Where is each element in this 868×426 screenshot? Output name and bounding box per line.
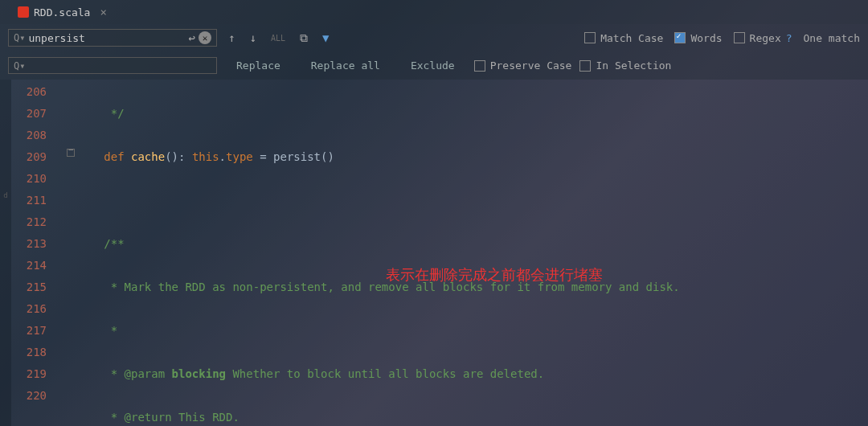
- newline-icon[interactable]: ↩: [186, 31, 199, 44]
- filter-icon[interactable]: ▼: [319, 31, 332, 44]
- replace-button[interactable]: Replace: [225, 56, 292, 75]
- find-input[interactable]: [28, 32, 185, 44]
- search-icon: Q▾: [14, 60, 25, 72]
- find-bar: Q▾ ↩ ✕ ↑ ↓ ALL ⧉ ▼ Match Case Words Rege…: [0, 24, 868, 51]
- regex-option[interactable]: Regex ?: [734, 32, 792, 44]
- checkbox-icon: [584, 32, 596, 43]
- select-all-icon[interactable]: ALL: [268, 34, 289, 43]
- checkbox-icon: [474, 60, 485, 72]
- match-case-option[interactable]: Match Case: [584, 32, 663, 44]
- line-gutter: 206207208 209210211 212213214 215216217 …: [11, 80, 58, 426]
- tab-bar: RDD.scala ×: [0, 0, 868, 24]
- checkbox-icon: [579, 60, 591, 72]
- close-tab-icon[interactable]: ×: [100, 6, 106, 18]
- fold-gutter: [58, 80, 84, 426]
- left-strip: dcs: [0, 80, 11, 426]
- replace-input-box[interactable]: Q▾: [8, 57, 217, 74]
- replace-input[interactable]: [28, 59, 211, 72]
- add-selection-icon[interactable]: ⧉: [297, 31, 311, 45]
- exclude-button[interactable]: Exclude: [399, 56, 466, 75]
- words-option[interactable]: Words: [674, 32, 722, 44]
- in-selection-option[interactable]: In Selection: [579, 59, 671, 72]
- tab-filename: RDD.scala: [34, 6, 90, 18]
- file-tab[interactable]: RDD.scala ×: [11, 2, 113, 22]
- annotation-text: 表示在删除完成之前都会进行堵塞: [386, 265, 603, 285]
- help-icon[interactable]: ?: [786, 32, 792, 44]
- match-count: One match: [804, 32, 860, 44]
- checkbox-icon: [734, 32, 745, 43]
- preserve-case-option[interactable]: Preserve Case: [474, 59, 572, 72]
- find-input-box[interactable]: Q▾ ↩ ✕: [8, 29, 217, 47]
- next-match-icon[interactable]: ↓: [246, 31, 259, 44]
- checkbox-checked-icon: [674, 32, 686, 43]
- scala-file-icon: [18, 6, 29, 18]
- code-editor[interactable]: dcs 206207208 209210211 212213214 215216…: [0, 80, 868, 426]
- replace-bar: Q▾ Replace Replace all Exclude Preserve …: [0, 51, 868, 80]
- replace-all-button[interactable]: Replace all: [300, 56, 391, 75]
- prev-match-icon[interactable]: ↑: [225, 31, 238, 44]
- search-icon: Q▾: [14, 32, 25, 43]
- clear-search-icon[interactable]: ✕: [199, 31, 211, 44]
- code-area[interactable]: */ def cache(): this.type = persist() /*…: [84, 80, 868, 426]
- fold-icon[interactable]: [67, 149, 75, 157]
